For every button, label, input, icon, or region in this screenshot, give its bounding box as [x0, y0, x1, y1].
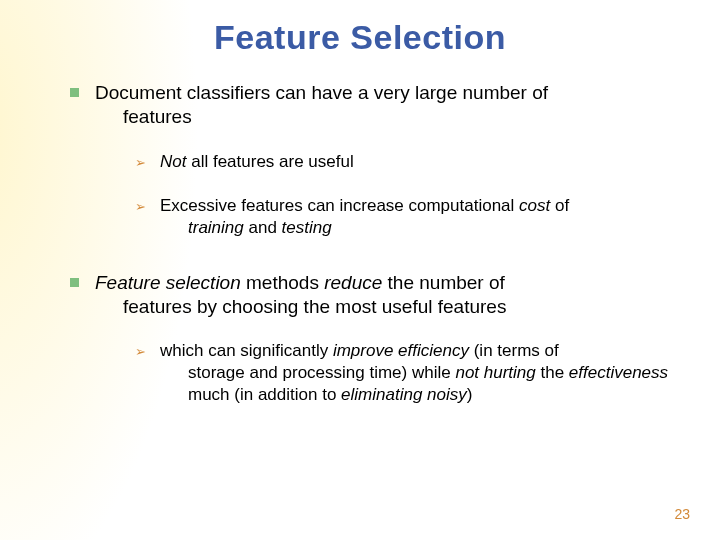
bullet-level2: ➢ which can significantly improve effici…: [135, 340, 680, 406]
text: methods: [241, 272, 324, 293]
italic-text: improve efficiency: [333, 341, 469, 360]
italic-text: testing: [282, 218, 332, 237]
text-continuation: features by choosing the most useful fea…: [95, 295, 680, 319]
italic-text: not hurting: [455, 363, 535, 382]
text: Document classifiers can have a very lar…: [95, 82, 548, 103]
bullet-level1: Feature selection methods reduce the num…: [70, 271, 680, 319]
bullet-text: Not all features are useful: [160, 151, 680, 173]
bullet-level2: ➢ Excessive features can increase comput…: [135, 195, 680, 239]
text-continuation: training and testing: [160, 217, 680, 239]
square-bullet-icon: [70, 88, 79, 97]
italic-text: Feature selection: [95, 272, 241, 293]
text-continuation: storage and processing time) while not h…: [160, 362, 680, 406]
slide-title: Feature Selection: [40, 18, 680, 57]
bullet-text: Excessive features can increase computat…: [160, 195, 680, 239]
text: which can significantly: [160, 341, 333, 360]
italic-text: cost: [519, 196, 550, 215]
arrow-bullet-icon: ➢: [135, 344, 146, 361]
italic-text: eliminating noisy: [341, 385, 467, 404]
italic-text: effectiveness: [569, 363, 668, 382]
italic-text: Not: [160, 152, 186, 171]
text: (in terms of: [469, 341, 559, 360]
square-bullet-icon: [70, 278, 79, 287]
arrow-bullet-icon: ➢: [135, 155, 146, 172]
text: the number of: [382, 272, 505, 293]
bullet-level2: ➢ Not all features are useful: [135, 151, 680, 173]
italic-text: reduce: [324, 272, 382, 293]
text: storage and processing time) while: [188, 363, 455, 382]
bullet-text: Document classifiers can have a very lar…: [95, 81, 680, 129]
text: of: [550, 196, 569, 215]
slide-container: Feature Selection Document classifiers c…: [0, 0, 720, 540]
text: Excessive features can increase computat…: [160, 196, 519, 215]
italic-text: training: [188, 218, 244, 237]
text: much (in addition to: [188, 385, 341, 404]
text-continuation: features: [95, 105, 680, 129]
text: all features are useful: [186, 152, 353, 171]
text: and: [244, 218, 282, 237]
text: ): [467, 385, 473, 404]
text: the: [536, 363, 569, 382]
bullet-text: Feature selection methods reduce the num…: [95, 271, 680, 319]
bullet-level1: Document classifiers can have a very lar…: [70, 81, 680, 129]
arrow-bullet-icon: ➢: [135, 199, 146, 216]
bullet-text: which can significantly improve efficien…: [160, 340, 680, 406]
page-number: 23: [674, 506, 690, 522]
